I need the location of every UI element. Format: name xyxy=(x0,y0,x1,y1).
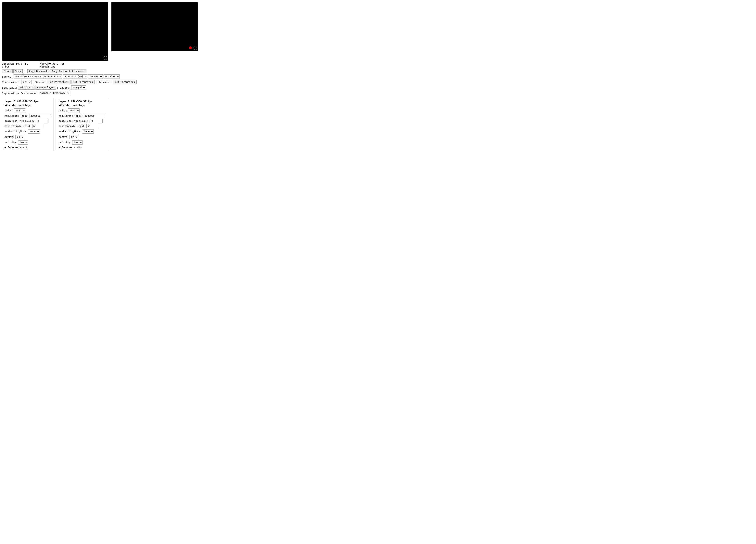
codec-label-1: codec: xyxy=(59,109,67,112)
priority-label-1: priority: xyxy=(59,141,71,144)
scale-resolution-input-1[interactable] xyxy=(91,119,103,123)
right-stats: 480x270 30.1 fps 429421 bps xyxy=(40,62,65,68)
degradation-label: Degradation Preference: xyxy=(2,92,37,95)
copy-bookmark-button[interactable]: Copy Bookmark xyxy=(27,69,49,73)
scale-resolution-input-0[interactable] xyxy=(37,119,48,123)
scalability-row-1: scalabilityMode: None xyxy=(59,129,105,134)
video-row: ⛶ ⛶ xyxy=(2,2,754,61)
stop-button[interactable]: Stop xyxy=(13,69,23,73)
max-framerate-label-0: maxFramerate (fps): xyxy=(5,125,31,128)
scale-resolution-row-1: scaleResolutionDownBy: xyxy=(59,119,105,123)
codec-row-1: codec: None xyxy=(59,108,105,113)
left-video: ⛶ xyxy=(2,2,108,61)
sender-get-params-button[interactable]: Get Parameters xyxy=(47,80,70,84)
layer-scalability-select-1[interactable]: None xyxy=(82,129,94,134)
layer-box-0: Layer 0 480x270 30 fps ▼Encoder settings… xyxy=(2,98,54,151)
encoder-stats-toggle-0[interactable]: ▶ Encoder stats xyxy=(5,146,51,149)
layer-codec-select-0[interactable]: None xyxy=(14,108,25,113)
max-framerate-row-0: maxFramerate (fps): xyxy=(5,124,51,128)
max-bitrate-label-0: maxBitrate (bps): xyxy=(5,115,29,117)
resolution-select[interactable]: 1280x720 (HD) xyxy=(63,74,87,79)
source-label: Source: xyxy=(2,75,13,78)
transceiver-label: Transceiver: xyxy=(2,81,20,84)
right-bps: 429421 bps xyxy=(40,65,65,68)
separator-1: | xyxy=(23,70,27,73)
layer-priority-select-1[interactable]: Low xyxy=(72,140,82,145)
active-row-1: Active: On xyxy=(59,135,105,139)
layer-scalability-select-0[interactable]: None xyxy=(28,129,40,134)
remove-layer-button[interactable]: Remove layer xyxy=(35,86,56,90)
max-bitrate-input-0[interactable] xyxy=(30,114,51,118)
layers-panel: Layer 0 480x270 30 fps ▼Encoder settings… xyxy=(2,98,754,151)
max-bitrate-row-1: maxBitrate (bps): xyxy=(59,114,105,118)
add-layer-button[interactable]: Add layer xyxy=(18,86,34,90)
max-framerate-label-1: maxFramerate (fps): xyxy=(59,125,86,128)
left-bps: 0 bps xyxy=(2,65,28,68)
record-indicator xyxy=(189,46,192,49)
layer-priority-select-0[interactable]: Low xyxy=(18,140,28,145)
camera-select[interactable]: FaceTime HD Camera (2C0E:82E3) xyxy=(14,74,62,79)
priority-row-1: priority: Low xyxy=(59,140,105,145)
codec-select[interactable]: VP8 xyxy=(21,80,31,84)
encoder-settings-title-1: ▼Encoder settings xyxy=(59,104,105,107)
degradation-select[interactable]: Maintain framerate xyxy=(38,91,70,95)
source-row: Source: FaceTime HD Camera (2C0E:82E3) 1… xyxy=(2,74,754,79)
layer-active-select-0[interactable]: On xyxy=(15,135,24,139)
codec-label-0: codec: xyxy=(5,109,13,112)
max-framerate-row-1: maxFramerate (fps): xyxy=(59,124,105,128)
degradation-row: Degradation Preference: Maintain framera… xyxy=(2,91,754,95)
active-label-0: Active: xyxy=(5,136,15,138)
priority-row-0: priority: Low xyxy=(5,140,51,145)
start-button[interactable]: Start xyxy=(2,69,13,73)
sender-set-params-button[interactable]: Set Parameters xyxy=(71,80,95,84)
receiver-label: | Receiver: xyxy=(95,81,112,84)
left-stats: 1280x720 30.0 fps 0 bps xyxy=(2,62,28,68)
layers-select[interactable]: Merged xyxy=(71,85,86,90)
hint-select[interactable]: No Hint xyxy=(104,74,120,79)
receiver-get-params-button[interactable]: Get Parameters xyxy=(113,80,137,84)
scalability-label-0: scalabilityMode: xyxy=(5,130,27,133)
scalability-row-0: scalabilityMode: None xyxy=(5,129,51,134)
scale-resolution-label-1: scaleResolutionDownBy: xyxy=(59,120,90,122)
transceiver-row: Transceiver: VP8 | Sender: Get Parameter… xyxy=(2,80,754,84)
right-video: ⛶ xyxy=(111,2,198,51)
fps-select[interactable]: 30 FPS xyxy=(88,74,103,79)
layer-box-1: Layer 1 640x360 31 fps ▼Encoder settings… xyxy=(56,98,108,151)
controls-row: Start Stop | Copy Bookmark Copy Bookmark… xyxy=(2,69,754,73)
stats-row: 1280x720 30.0 fps 0 bps 480x270 30.1 fps… xyxy=(2,62,754,68)
right-fullscreen-icon[interactable]: ⛶ xyxy=(193,46,197,50)
layer-title-1: Layer 1 640x360 31 fps xyxy=(59,100,105,103)
right-resolution-fps: 480x270 30.1 fps xyxy=(40,62,65,65)
active-label-1: Active: xyxy=(59,136,69,138)
max-bitrate-label-1: maxBitrate (bps): xyxy=(59,115,83,117)
max-bitrate-row-0: maxBitrate (bps): xyxy=(5,114,51,118)
active-row-0: Active: On xyxy=(5,135,51,139)
simulcast-label: Simulcast: xyxy=(2,86,17,89)
left-fullscreen-icon[interactable]: ⛶ xyxy=(104,56,107,60)
codec-row-0: codec: None xyxy=(5,108,51,113)
layers-label: | Layers: xyxy=(57,86,70,89)
simulcast-row: Simulcast: Add layer Remove layer | Laye… xyxy=(2,85,754,90)
scale-resolution-row-0: scaleResolutionDownBy: xyxy=(5,119,51,123)
priority-label-0: priority: xyxy=(5,141,17,144)
layer-codec-select-1[interactable]: None xyxy=(68,108,80,113)
copy-bookmark-device-button[interactable]: Copy Bookmark (+device) xyxy=(50,69,86,73)
layer-active-select-1[interactable]: On xyxy=(69,135,78,139)
encoder-stats-toggle-1[interactable]: ▶ Encoder stats xyxy=(59,146,105,149)
scalability-label-1: scalabilityMode: xyxy=(59,130,82,133)
layer-title-0: Layer 0 480x270 30 fps xyxy=(5,100,51,103)
max-bitrate-input-1[interactable] xyxy=(84,114,105,118)
max-framerate-input-0[interactable] xyxy=(32,124,44,128)
left-resolution-fps: 1280x720 30.0 fps xyxy=(2,62,28,65)
scale-resolution-label-0: scaleResolutionDownBy: xyxy=(5,120,36,122)
max-framerate-input-1[interactable] xyxy=(86,124,98,128)
encoder-settings-title-0: ▼Encoder settings xyxy=(5,104,51,107)
sender-label: | Sender: xyxy=(32,81,46,84)
